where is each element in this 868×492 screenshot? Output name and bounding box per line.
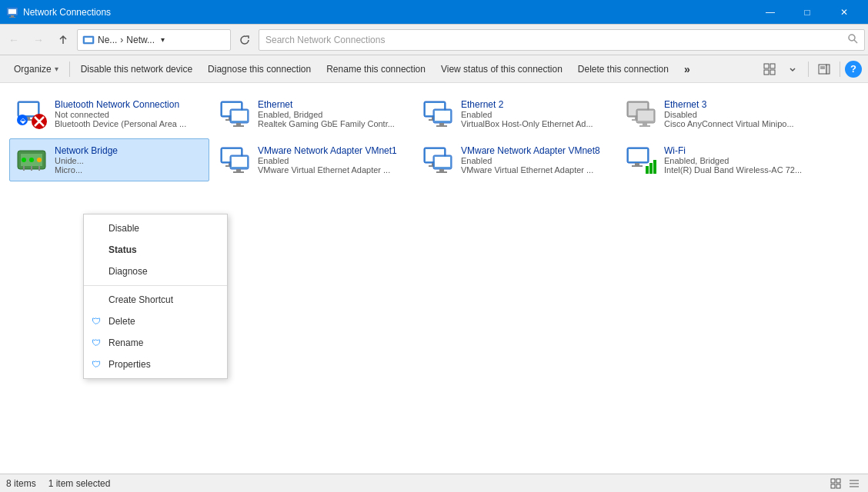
shield-icon-properties: 🛡 bbox=[92, 359, 101, 370]
network-adapter: VMware Virtual Ethernet Adapter ... bbox=[461, 165, 609, 175]
ctx-properties[interactable]: 🛡 Properties bbox=[84, 354, 227, 375]
ctx-delete[interactable]: 🛡 Delete bbox=[84, 311, 227, 332]
ctx-disable[interactable]: Disable bbox=[84, 218, 227, 239]
ctx-disable-label: Disable bbox=[108, 223, 139, 234]
back-button[interactable]: ← bbox=[3, 29, 25, 51]
status-view-list-button[interactable] bbox=[846, 476, 862, 491]
close-button[interactable]: ✕ bbox=[826, 0, 862, 25]
network-status: Enabled, Bridged bbox=[664, 156, 812, 165]
ctx-status-label: Status bbox=[108, 244, 137, 255]
svg-rect-78 bbox=[649, 163, 653, 174]
rename-button[interactable]: Rename this connection bbox=[319, 57, 433, 81]
svg-rect-76 bbox=[632, 165, 643, 167]
network-adapter: Intel(R) Dual Band Wireless-AC 72... bbox=[664, 165, 812, 175]
title-bar: Network Connections — □ ✕ bbox=[0, 0, 868, 25]
status-bar: 8 items 1 item selected bbox=[0, 474, 868, 492]
list-item[interactable]: Ethernet 2 Enabled VirtualBox Host-Only … bbox=[416, 92, 616, 135]
network-adapter: Realtek Gaming GbE Family Contr... bbox=[258, 119, 406, 128]
toolbar-separator-2 bbox=[808, 62, 809, 77]
view-options-button[interactable] bbox=[759, 58, 780, 80]
network-adapter: Bluetooth Device (Personal Area ... bbox=[55, 119, 202, 128]
toolbar: Organize ▾ Disable this network device D… bbox=[0, 55, 868, 83]
network-name: Network Bridge bbox=[55, 145, 202, 156]
network-info: Ethernet 2 Enabled VirtualBox Host-Only … bbox=[461, 99, 609, 128]
svg-rect-64 bbox=[233, 171, 244, 173]
svg-rect-2 bbox=[11, 15, 14, 17]
content-area: ⬙ Bluetooth Network Connection Not conne… bbox=[0, 83, 868, 474]
svg-point-51 bbox=[22, 158, 26, 162]
network-status: Enabled bbox=[461, 156, 609, 165]
svg-rect-82 bbox=[831, 484, 835, 488]
list-item[interactable]: Network Bridge Unide... Micro... bbox=[9, 138, 209, 181]
breadcrumb-separator: › bbox=[120, 35, 123, 45]
ctx-status[interactable]: Status bbox=[84, 239, 227, 261]
ethernet2-icon bbox=[422, 98, 453, 129]
ctx-diagnose[interactable]: Diagnose bbox=[84, 261, 227, 282]
svg-rect-17 bbox=[19, 103, 38, 115]
bluetooth-network-icon: ⬙ bbox=[16, 98, 47, 129]
svg-rect-81 bbox=[836, 479, 840, 483]
refresh-button[interactable] bbox=[234, 29, 255, 51]
network-info: VMware Network Adapter VMnet8 Enabled VM… bbox=[461, 145, 609, 175]
minimize-button[interactable]: — bbox=[753, 0, 788, 25]
network-adapter: VirtualBox Host-Only Ethernet Ad... bbox=[461, 119, 609, 128]
svg-text:⬙: ⬙ bbox=[20, 116, 26, 125]
svg-rect-46 bbox=[638, 111, 653, 121]
search-box[interactable]: Search Network Connections bbox=[259, 29, 865, 51]
network-info: Network Bridge Unide... Micro... bbox=[55, 145, 202, 175]
ctx-create-shortcut[interactable]: Create Shortcut bbox=[84, 289, 227, 311]
network-status: Enabled bbox=[461, 110, 609, 119]
delete-button[interactable]: Delete this connection bbox=[570, 57, 676, 81]
diagnose-button[interactable]: Diagnose this connection bbox=[200, 57, 319, 81]
breadcrumb[interactable]: Ne... › Netw... ▾ bbox=[77, 29, 231, 51]
breadcrumb-dropdown-icon[interactable]: ▾ bbox=[161, 35, 165, 44]
list-item[interactable]: VMware Network Adapter VMnet1 Enabled VM… bbox=[212, 138, 412, 181]
network-adapter: Micro... bbox=[55, 165, 202, 175]
organize-chevron-icon: ▾ bbox=[55, 65, 58, 73]
svg-rect-12 bbox=[819, 65, 826, 74]
svg-rect-48 bbox=[639, 125, 650, 127]
list-item[interactable]: VMware Network Adapter VMnet8 Enabled VM… bbox=[416, 138, 616, 181]
shield-icon-delete: 🛡 bbox=[92, 316, 101, 327]
vmnet8-icon bbox=[422, 145, 453, 175]
list-item[interactable]: Ethernet Enabled, Bridged Realtek Gaming… bbox=[212, 92, 412, 135]
list-item[interactable]: ⬙ Bluetooth Network Connection Not conne… bbox=[9, 92, 209, 135]
more-button[interactable]: » bbox=[676, 57, 698, 81]
forward-button[interactable]: → bbox=[28, 29, 49, 51]
ethernet-icon bbox=[219, 98, 250, 129]
ctx-rename-label: Rename bbox=[108, 337, 143, 348]
list-item[interactable]: Ethernet 3 Disabled Cisco AnyConnect Vir… bbox=[619, 92, 819, 135]
address-bar: ← → Ne... › Netw... ▾ Search Network Con… bbox=[0, 25, 868, 55]
ctx-rename[interactable]: 🛡 Rename bbox=[84, 332, 227, 354]
organize-button[interactable]: Organize ▾ bbox=[6, 57, 66, 81]
network-status: Not connected bbox=[55, 110, 202, 119]
svg-rect-62 bbox=[232, 157, 247, 167]
network-status: Disabled bbox=[664, 110, 812, 119]
svg-rect-11 bbox=[770, 70, 775, 75]
preview-pane-button[interactable] bbox=[813, 58, 835, 80]
search-icon bbox=[847, 33, 858, 46]
wifi-icon bbox=[626, 145, 656, 175]
toolbar-right: ? bbox=[759, 58, 862, 80]
network-name: Wi-Fi bbox=[664, 145, 812, 156]
help-button[interactable]: ? bbox=[845, 61, 862, 78]
selected-count: 1 item selected bbox=[48, 478, 111, 489]
svg-line-7 bbox=[854, 40, 857, 43]
svg-rect-83 bbox=[836, 484, 840, 488]
up-button[interactable] bbox=[52, 29, 74, 51]
list-item[interactable]: Wi-Fi Enabled, Bridged Intel(R) Dual Ban… bbox=[619, 138, 819, 181]
status-view-grid-button[interactable] bbox=[828, 476, 843, 491]
svg-rect-5 bbox=[85, 38, 92, 42]
ctx-create-shortcut-label: Create Shortcut bbox=[108, 294, 173, 305]
network-name: VMware Network Adapter VMnet8 bbox=[461, 145, 609, 156]
svg-rect-8 bbox=[764, 64, 769, 68]
maximize-button[interactable]: □ bbox=[790, 0, 825, 25]
svg-rect-77 bbox=[646, 166, 649, 174]
disable-button[interactable]: Disable this network device bbox=[73, 57, 200, 81]
view-status-button[interactable]: View status of this connection bbox=[433, 57, 570, 81]
svg-rect-3 bbox=[9, 17, 15, 18]
network-info: VMware Network Adapter VMnet1 Enabled VM… bbox=[258, 145, 406, 175]
svg-rect-79 bbox=[653, 160, 656, 174]
view-dropdown-button[interactable] bbox=[782, 58, 803, 80]
network-name: Ethernet 3 bbox=[664, 99, 812, 110]
